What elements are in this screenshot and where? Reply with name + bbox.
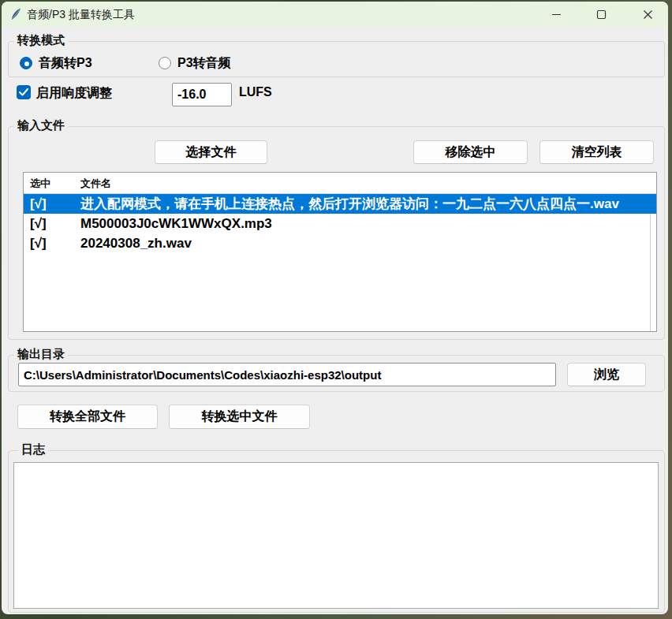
- remove-selected-button[interactable]: 移除选中: [413, 140, 528, 164]
- output-dir-groupbox: 输出目录 浏览: [8, 355, 665, 392]
- output-dir-group-label: 输出目录: [14, 347, 68, 362]
- file-row-checkmark: [√]: [30, 194, 77, 214]
- file-list-header: 选中 文件名: [24, 173, 656, 194]
- minimize-icon: [551, 9, 562, 20]
- radio-audio-to-p3-label: 音频转P3: [39, 55, 92, 72]
- file-row-filename: M500003J0cWK1WWxQX.mp3: [80, 214, 653, 233]
- loudness-value-input[interactable]: [172, 83, 232, 106]
- radio-audio-to-p3[interactable]: 音频转P3: [20, 55, 92, 71]
- clear-list-button[interactable]: 清空列表: [539, 140, 654, 164]
- close-button[interactable]: [630, 2, 665, 27]
- title-bar: 音频/P3 批量转换工具: [2, 2, 668, 27]
- radio-p3-to-audio[interactable]: P3转音频: [159, 55, 231, 71]
- desktop-background: 音频/P3 批量转换工具 转换模式 音频转P3 P3转音频: [0, 0, 672, 619]
- input-files-groupbox: 输入文件 选择文件 移除选中 清空列表 选中 文件名 [√] 进入配网模式，请在…: [8, 126, 665, 340]
- convert-all-button[interactable]: 转换全部文件: [17, 405, 158, 429]
- maximize-button[interactable]: [584, 2, 618, 27]
- app-window: 音频/P3 批量转换工具 转换模式 音频转P3 P3转音频: [2, 2, 668, 614]
- close-icon: [643, 9, 653, 20]
- log-groupbox: 日志: [8, 450, 665, 613]
- select-files-button[interactable]: 选择文件: [155, 140, 267, 164]
- file-row-checkmark: [√]: [30, 214, 77, 233]
- log-group-label: 日志: [18, 442, 48, 457]
- app-feather-icon: [9, 8, 22, 21]
- log-textarea[interactable]: [13, 462, 659, 609]
- file-row-checkmark: [√]: [30, 233, 77, 253]
- file-row-filename: 进入配网模式，请在手机上连接热点，然后打开浏览器访问：一九二点一六八点四点一.w…: [80, 194, 653, 214]
- radio-unselected-icon: [159, 57, 171, 69]
- column-header-filename[interactable]: 文件名: [80, 173, 653, 194]
- radio-p3-to-audio-label: P3转音频: [177, 55, 231, 72]
- file-row-selected[interactable]: [√] 进入配网模式，请在手机上连接热点，然后打开浏览器访问：一九二点一六八点四…: [24, 194, 656, 214]
- file-row-filename: 20240308_zh.wav: [80, 233, 653, 253]
- maximize-icon: [596, 9, 607, 20]
- loudness-checkbox[interactable]: [17, 85, 31, 99]
- minimize-button[interactable]: [539, 2, 573, 27]
- column-header-checked[interactable]: 选中: [30, 173, 77, 194]
- file-list-table: 选中 文件名 [√] 进入配网模式，请在手机上连接热点，然后打开浏览器访问：一九…: [23, 172, 657, 332]
- mode-group-label: 转换模式: [14, 33, 68, 48]
- file-list-scrollbar[interactable]: [650, 214, 656, 331]
- lufs-unit-label: LUFS: [239, 85, 272, 99]
- radio-selected-icon: [20, 57, 32, 69]
- mode-groupbox: 转换模式 音频转P3 P3转音频: [8, 41, 665, 77]
- input-files-group-label: 输入文件: [14, 118, 68, 133]
- file-row[interactable]: [√] M500003J0cWK1WWxQX.mp3: [24, 214, 656, 233]
- convert-selected-button[interactable]: 转换选中文件: [169, 405, 310, 429]
- window-title: 音频/P3 批量转换工具: [27, 2, 135, 27]
- file-row[interactable]: [√] 20240308_zh.wav: [24, 233, 656, 253]
- checkmark-icon: [19, 88, 28, 96]
- browse-button[interactable]: 浏览: [567, 363, 646, 386]
- output-path-input[interactable]: [18, 363, 556, 386]
- loudness-checkbox-label: 启用响度调整: [36, 85, 112, 102]
